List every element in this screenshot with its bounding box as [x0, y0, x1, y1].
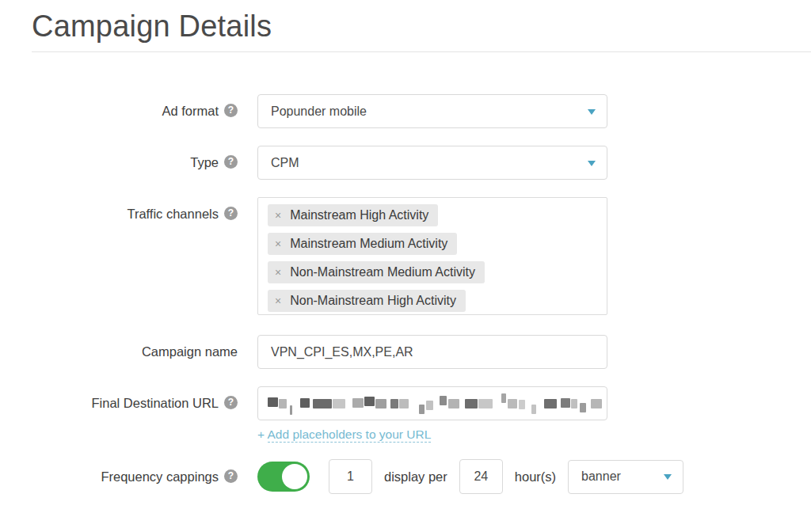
- chevron-down-icon[interactable]: [588, 161, 596, 166]
- final-destination-url-input[interactable]: [257, 386, 607, 420]
- help-icon[interactable]: ?: [224, 104, 238, 117]
- traffic-channels-label: Traffic channels?: [32, 197, 238, 231]
- ad-format-label: Ad format?: [32, 94, 238, 128]
- tag-label: Non-Mainstream Medium Activity: [290, 265, 475, 279]
- ad-format-select[interactable]: Popunder mobile: [257, 94, 607, 128]
- toggle-knob: [282, 464, 307, 489]
- traffic-channels-multiselect[interactable]: × Mainstream High Activity × Mainstream …: [257, 197, 607, 315]
- row-traffic-channels: Traffic channels? × Mainstream High Acti…: [32, 197, 811, 315]
- help-icon[interactable]: ?: [224, 155, 238, 169]
- ad-format-selected-value: Popunder mobile: [271, 104, 367, 119]
- traffic-channel-tag: × Non-Mainstream Medium Activity: [268, 261, 485, 283]
- final-destination-url-label: Final Destination URL?: [32, 386, 238, 420]
- help-icon[interactable]: ?: [224, 469, 238, 483]
- traffic-channel-tag: × Mainstream Medium Activity: [268, 233, 457, 255]
- tag-label: Non-Mainstream High Activity: [290, 294, 456, 308]
- frequency-cappings-toggle[interactable]: [257, 462, 310, 492]
- campaign-form: Ad format? Popunder mobile Type? CPM: [32, 94, 811, 494]
- hours-count-input[interactable]: [459, 459, 503, 494]
- help-icon[interactable]: ?: [224, 207, 238, 220]
- page-title: Campaign Details: [32, 10, 811, 44]
- hours-text: hour(s): [515, 469, 556, 484]
- displays-count-input[interactable]: [329, 459, 372, 494]
- row-ad-format: Ad format? Popunder mobile: [32, 94, 811, 128]
- row-type: Type? CPM: [32, 146, 811, 180]
- chevron-down-icon[interactable]: [588, 109, 596, 115]
- plus-icon: +: [257, 428, 265, 441]
- capping-unit-selected-value: banner: [581, 469, 621, 484]
- type-label: Type?: [32, 146, 238, 180]
- remove-tag-icon[interactable]: ×: [275, 238, 281, 249]
- tag-label: Mainstream High Activity: [290, 208, 428, 222]
- chevron-down-icon[interactable]: [664, 474, 672, 480]
- remove-tag-icon[interactable]: ×: [275, 295, 281, 306]
- frequency-cappings-label: Frequency cappings?: [32, 459, 238, 494]
- remove-tag-icon[interactable]: ×: [275, 210, 281, 221]
- traffic-channel-tag: × Non-Mainstream High Activity: [268, 290, 466, 312]
- capping-unit-select[interactable]: banner: [568, 460, 683, 494]
- campaign-name-input[interactable]: [257, 335, 607, 369]
- title-divider: [32, 51, 811, 52]
- tag-label: Mainstream Medium Activity: [290, 237, 447, 251]
- help-icon[interactable]: ?: [224, 396, 238, 409]
- traffic-channel-tag: × Mainstream High Activity: [268, 204, 438, 226]
- row-final-destination-url: Final Destination URL? + Add placeholder…: [32, 386, 811, 442]
- campaign-details-page: Campaign Details Ad format? Popunder mob…: [0, 0, 811, 494]
- remove-tag-icon[interactable]: ×: [275, 267, 281, 278]
- display-per-text: display per: [384, 469, 447, 484]
- campaign-name-label: Campaign name: [32, 335, 238, 369]
- row-campaign-name: Campaign name: [32, 335, 811, 369]
- url-redacted-value: [268, 399, 602, 408]
- add-placeholders-link[interactable]: + Add placeholders to your URL: [257, 428, 431, 443]
- type-selected-value: CPM: [271, 156, 299, 170]
- row-frequency-cappings: Frequency cappings? display per hour(s) …: [32, 459, 811, 494]
- type-select[interactable]: CPM: [257, 146, 607, 180]
